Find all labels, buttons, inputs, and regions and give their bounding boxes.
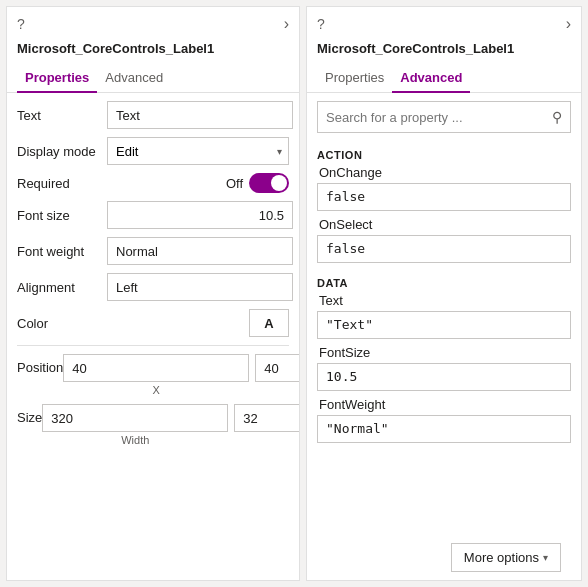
search-row[interactable]: ⚲ <box>317 101 571 133</box>
text-input[interactable] <box>107 101 293 129</box>
tab-advanced-right[interactable]: Advanced <box>392 64 470 93</box>
position-sub-labels: X Y <box>63 384 299 396</box>
width-label: Width <box>42 434 228 446</box>
size-label: Size <box>17 404 42 425</box>
help-icon-left[interactable]: ? <box>17 16 25 32</box>
onchange-value[interactable]: false <box>317 183 571 211</box>
font-weight-label: Font weight <box>17 244 107 259</box>
right-panel-header: ? › <box>307 7 581 37</box>
text-label: Text <box>17 108 107 123</box>
y-label: Y <box>255 384 299 396</box>
left-panel-header: ? › <box>7 7 299 37</box>
font-size-row: Font size <box>17 201 289 229</box>
search-icon[interactable]: ⚲ <box>552 109 562 125</box>
toggle-wrapper: Off <box>226 173 289 193</box>
color-row: Color A <box>17 309 289 337</box>
tab-properties-left[interactable]: Properties <box>17 64 97 93</box>
properties-content: Text Display mode Edit View Disabled ▾ R… <box>7 93 299 462</box>
onselect-value[interactable]: false <box>317 235 571 263</box>
position-fields <box>63 354 299 382</box>
font-size-label: Font size <box>17 208 107 223</box>
onselect-group: OnSelect false <box>307 217 581 269</box>
size-row: Size Width Height <box>17 404 289 446</box>
display-mode-select[interactable]: Edit View Disabled <box>108 138 288 164</box>
tab-properties-right[interactable]: Properties <box>317 64 392 93</box>
bottom-bar: More options ▾ <box>307 527 581 572</box>
more-options-button[interactable]: More options ▾ <box>451 543 561 572</box>
fontsize-group: FontSize 10.5 <box>307 345 581 397</box>
fontweight-value[interactable]: "Normal" <box>317 415 571 443</box>
data-section-header: DATA <box>307 273 581 293</box>
tabs-left: Properties Advanced <box>7 64 299 93</box>
component-title-left: Microsoft_CoreControls_Label1 <box>7 37 299 64</box>
position-row: Position X Y <box>17 354 289 396</box>
nav-arrow-left[interactable]: › <box>284 15 289 33</box>
more-options-chevron-icon: ▾ <box>543 552 548 563</box>
display-mode-row: Display mode Edit View Disabled ▾ <box>17 137 289 165</box>
left-panel: ? › Microsoft_CoreControls_Label1 Proper… <box>6 6 300 581</box>
size-sub-labels: Width Height <box>42 434 299 446</box>
fontweight-label: FontWeight <box>317 397 571 412</box>
more-options-label: More options <box>464 550 539 565</box>
x-label: X <box>63 384 249 396</box>
position-inputs: X Y <box>63 354 299 396</box>
required-row: Required Off <box>17 173 289 193</box>
alignment-row: Alignment <box>17 273 289 301</box>
height-label: Height <box>234 434 299 446</box>
position-label: Position <box>17 354 63 375</box>
text-adv-value[interactable]: "Text" <box>317 311 571 339</box>
size-height-input[interactable] <box>234 404 299 432</box>
onchange-label: OnChange <box>317 165 571 180</box>
onchange-group: OnChange false <box>307 165 581 217</box>
fontweight-group: FontWeight "Normal" <box>307 397 581 449</box>
nav-arrow-right[interactable]: › <box>566 15 571 33</box>
help-icon-right[interactable]: ? <box>317 16 325 32</box>
text-row: Text <box>17 101 289 129</box>
position-y-input[interactable] <box>255 354 299 382</box>
display-mode-select-wrapper[interactable]: Edit View Disabled ▾ <box>107 137 289 165</box>
right-panel: ? › Microsoft_CoreControls_Label1 Proper… <box>306 6 582 581</box>
component-title-right: Microsoft_CoreControls_Label1 <box>307 37 581 64</box>
font-weight-input[interactable] <box>107 237 293 265</box>
text-adv-group: Text "Text" <box>307 293 581 345</box>
tabs-right: Properties Advanced <box>307 64 581 93</box>
required-toggle[interactable] <box>249 173 289 193</box>
font-weight-row: Font weight <box>17 237 289 265</box>
required-label: Required <box>17 176 107 191</box>
fontsize-value[interactable]: 10.5 <box>317 363 571 391</box>
tab-advanced-left[interactable]: Advanced <box>97 64 171 93</box>
onselect-label: OnSelect <box>317 217 571 232</box>
alignment-input[interactable] <box>107 273 293 301</box>
divider <box>17 345 289 346</box>
display-mode-label: Display mode <box>17 144 107 159</box>
color-label: Color <box>17 316 107 331</box>
size-fields <box>42 404 299 432</box>
toggle-off-label: Off <box>226 176 243 191</box>
size-inputs: Width Height <box>42 404 299 446</box>
action-section-header: ACTION <box>307 145 581 165</box>
color-picker-button[interactable]: A <box>249 309 289 337</box>
position-x-input[interactable] <box>63 354 249 382</box>
size-width-input[interactable] <box>42 404 228 432</box>
toggle-thumb <box>271 175 287 191</box>
fontsize-label: FontSize <box>317 345 571 360</box>
search-input[interactable] <box>326 110 552 125</box>
font-size-input[interactable] <box>107 201 293 229</box>
alignment-label: Alignment <box>17 280 107 295</box>
text-adv-label: Text <box>317 293 571 308</box>
